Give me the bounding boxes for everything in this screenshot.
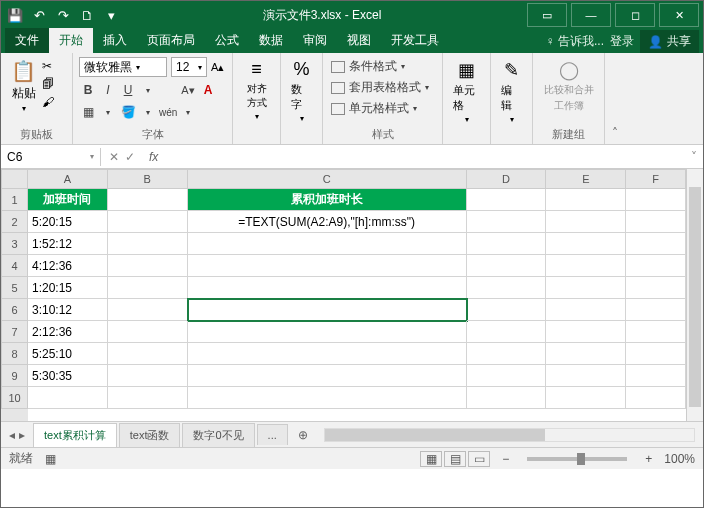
col-head[interactable]: E — [546, 169, 626, 189]
normal-view-icon[interactable]: ▦ — [420, 451, 442, 467]
cell[interactable]: 5:25:10 — [28, 343, 108, 365]
enter-formula-icon[interactable]: ✓ — [125, 150, 135, 164]
cell[interactable] — [28, 387, 108, 409]
tab-layout[interactable]: 页面布局 — [137, 28, 205, 53]
zoom-out-button[interactable]: − — [502, 452, 509, 466]
row-head[interactable]: 3 — [1, 233, 28, 255]
cell[interactable] — [467, 211, 547, 233]
phonetic-button[interactable]: wén — [159, 103, 177, 121]
chevron-down-icon[interactable]: ▾ — [22, 104, 26, 113]
formula-bar[interactable] — [164, 155, 685, 159]
fx-icon[interactable]: fx — [143, 150, 164, 164]
chevron-down-icon[interactable]: ▾ — [139, 81, 157, 99]
cell[interactable]: 5:30:35 — [28, 365, 108, 387]
redo-icon[interactable]: ↷ — [53, 5, 73, 25]
cell[interactable] — [108, 189, 188, 211]
zoom-level[interactable]: 100% — [664, 452, 695, 466]
scroll-thumb[interactable] — [689, 187, 701, 407]
cell[interactable] — [546, 343, 626, 365]
col-head[interactable]: D — [467, 169, 547, 189]
ribbon-options-icon[interactable]: ▭ — [527, 3, 567, 27]
cell[interactable] — [546, 387, 626, 409]
sheet-nav-next-icon[interactable]: ▸ — [19, 428, 25, 442]
cell[interactable] — [626, 233, 686, 255]
cell[interactable]: 4:12:36 — [28, 255, 108, 277]
zoom-in-button[interactable]: + — [645, 452, 652, 466]
cell[interactable] — [108, 343, 188, 365]
cell[interactable]: 2:12:36 — [28, 321, 108, 343]
alignment-button[interactable]: ≡ 对齐方式 ▾ — [239, 57, 274, 123]
underline-button[interactable]: U — [119, 81, 137, 99]
cell[interactable]: 3:10:12 — [28, 299, 108, 321]
row-head[interactable]: 7 — [1, 321, 28, 343]
horizontal-scrollbar[interactable] — [324, 428, 695, 442]
row-head[interactable]: 2 — [1, 211, 28, 233]
cell[interactable] — [626, 321, 686, 343]
cell[interactable]: 5:20:15 — [28, 211, 108, 233]
cell[interactable] — [188, 277, 467, 299]
col-head[interactable]: B — [108, 169, 188, 189]
cell[interactable]: 累积加班时长 — [188, 189, 467, 211]
share-button[interactable]: 👤 共享 — [640, 30, 699, 53]
conditional-format-button[interactable]: 条件格式▾ — [329, 57, 436, 76]
shrink-font-icon[interactable]: A▾ — [179, 81, 197, 99]
fill-color-button[interactable]: 🪣 — [119, 103, 137, 121]
row-head[interactable]: 1 — [1, 189, 28, 211]
cell[interactable] — [188, 387, 467, 409]
cell[interactable]: 1:52:12 — [28, 233, 108, 255]
minimize-button[interactable]: — — [571, 3, 611, 27]
maximize-button[interactable]: ◻ — [615, 3, 655, 27]
row-head[interactable]: 5 — [1, 277, 28, 299]
tab-insert[interactable]: 插入 — [93, 28, 137, 53]
paste-button[interactable]: 📋 粘贴 ▾ — [7, 57, 40, 115]
tab-review[interactable]: 审阅 — [293, 28, 337, 53]
grow-font-icon[interactable]: A▴ — [211, 61, 224, 74]
tab-data[interactable]: 数据 — [249, 28, 293, 53]
active-cell[interactable] — [188, 299, 467, 321]
row-head[interactable]: 8 — [1, 343, 28, 365]
copy-icon[interactable]: 🗐 — [42, 77, 54, 91]
cell[interactable] — [108, 299, 188, 321]
cell[interactable] — [467, 343, 547, 365]
vertical-scrollbar[interactable] — [686, 169, 703, 421]
cell[interactable] — [626, 211, 686, 233]
cell[interactable] — [188, 343, 467, 365]
cell[interactable] — [467, 233, 547, 255]
expand-formula-icon[interactable]: ˅ — [685, 150, 703, 164]
bold-button[interactable]: B — [79, 81, 97, 99]
row-head[interactable]: 4 — [1, 255, 28, 277]
row-head[interactable]: 9 — [1, 365, 28, 387]
cell[interactable] — [467, 277, 547, 299]
cell[interactable] — [626, 365, 686, 387]
cell[interactable] — [467, 387, 547, 409]
font-size-select[interactable]: 12▾ — [171, 57, 207, 77]
cell[interactable] — [626, 189, 686, 211]
sheet-nav-prev-icon[interactable]: ◂ — [9, 428, 15, 442]
cell[interactable] — [108, 233, 188, 255]
add-sheet-button[interactable]: ⊕ — [290, 424, 316, 446]
cell[interactable] — [108, 277, 188, 299]
cell[interactable]: =TEXT(SUM(A2:A9),"[h]:mm:ss") — [188, 211, 467, 233]
cell[interactable] — [108, 387, 188, 409]
cell[interactable] — [467, 365, 547, 387]
cell[interactable] — [546, 321, 626, 343]
cell[interactable] — [626, 299, 686, 321]
tab-home[interactable]: 开始 — [49, 28, 93, 53]
cut-icon[interactable]: ✂ — [42, 59, 54, 73]
cell[interactable] — [467, 189, 547, 211]
page-break-view-icon[interactable]: ▭ — [468, 451, 490, 467]
cell[interactable] — [546, 365, 626, 387]
font-name-select[interactable]: 微软雅黑▾ — [79, 57, 167, 77]
sheet-tab-active[interactable]: text累积计算 — [33, 423, 117, 447]
qat-dropdown-icon[interactable]: ▾ — [101, 5, 121, 25]
cancel-formula-icon[interactable]: ✕ — [109, 150, 119, 164]
cell[interactable]: 加班时间 — [28, 189, 108, 211]
cell[interactable]: 1:20:15 — [28, 277, 108, 299]
cell[interactable] — [188, 233, 467, 255]
row-head[interactable]: 6 — [1, 299, 28, 321]
select-all-corner[interactable] — [1, 169, 28, 189]
font-color-button[interactable]: A — [199, 81, 217, 99]
tab-view[interactable]: 视图 — [337, 28, 381, 53]
italic-button[interactable]: I — [99, 81, 117, 99]
cell[interactable] — [188, 255, 467, 277]
